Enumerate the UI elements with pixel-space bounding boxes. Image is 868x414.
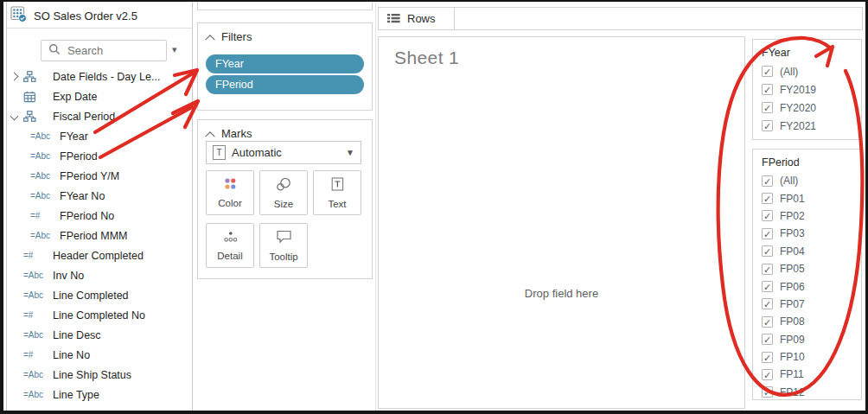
filter-item-label: FP12 (780, 386, 805, 398)
rows-icon (387, 11, 400, 27)
calc-abc-icon: =Abc (23, 271, 49, 280)
field-fyear-no[interactable]: =AbcFYear No (3, 186, 190, 206)
pages-card-partial (197, 0, 373, 10)
checkbox-fy2020[interactable]: ✓ (762, 102, 773, 113)
drop-field-hint: Drop field here (379, 287, 744, 300)
datasource-title: SO Sales Order v2.5 (34, 10, 137, 22)
field-line-type[interactable]: =AbcLine Type (3, 385, 190, 404)
field-inv-no[interactable]: =AbcInv No (3, 265, 190, 285)
filter-item-fperiod-all[interactable]: ✓(All) (762, 172, 861, 189)
field-line-ship-status[interactable]: =AbcLine Ship Status (3, 365, 190, 385)
checkbox-fp09[interactable]: ✓ (762, 334, 773, 345)
filter-item-fperiod-fp02[interactable]: ✓FP02 (762, 207, 861, 225)
filter-item-fyear-all[interactable]: ✓(All) (762, 62, 861, 80)
filter-item-fyear-fy2020[interactable]: ✓FY2020 (762, 99, 861, 117)
field-line-completed[interactable]: =AbcLine Completed (3, 285, 190, 305)
checkbox-fp12[interactable]: ✓ (762, 386, 773, 398)
calc-abc-icon: =Abc (30, 151, 56, 161)
filter-item-fyear-fy2021[interactable]: ✓FY2021 (762, 117, 861, 135)
calc-abc-icon: =Abc (23, 330, 49, 340)
data-pane-border (192, 2, 193, 411)
filter-item-fperiod-fp01[interactable]: ✓FP01 (762, 189, 861, 207)
field-label: Line Desc (49, 329, 101, 341)
checkbox-fp03[interactable]: ✓ (762, 228, 773, 239)
rows-shelf[interactable]: Rows (378, 7, 863, 30)
collapse-chevron-icon[interactable] (205, 131, 214, 141)
rows-shelf-label-cell: Rows (379, 8, 455, 29)
text-button[interactable]: Text (313, 170, 361, 215)
filter-item-label: FY2019 (780, 84, 816, 96)
calc-number-icon: =# (23, 251, 49, 260)
filter-item-label: FP08 (780, 315, 805, 328)
field-fiscal-period[interactable]: Fiscal Period (3, 106, 190, 126)
field-exp-date[interactable]: Exp Date (3, 86, 190, 106)
filter-pill-fperiod[interactable]: FPeriod (206, 75, 364, 94)
checkbox-all[interactable]: ✓ (762, 66, 773, 77)
field-fperiod[interactable]: =AbcFPeriod (3, 146, 190, 166)
field-date-fields-day-le[interactable]: Date Fields - Day Le... (3, 67, 190, 86)
filter-item-fperiod-fp07[interactable]: ✓FP07 (762, 296, 861, 313)
filter-item-fperiod-fp04[interactable]: ✓FP04 (762, 243, 861, 260)
checkbox-fy2019[interactable]: ✓ (762, 84, 773, 95)
quick-filter-title: FPeriod (762, 156, 861, 169)
calc-abc-icon: =Abc (23, 390, 49, 399)
checkbox-fp04[interactable]: ✓ (762, 245, 773, 257)
checkbox-fp07[interactable]: ✓ (762, 298, 773, 309)
checkbox-fp05[interactable]: ✓ (762, 264, 773, 275)
field-fperiod-y-m[interactable]: =AbcFPeriod Y/M (3, 166, 190, 186)
checkbox-fp11[interactable]: ✓ (762, 369, 773, 380)
color-button[interactable]: Color (206, 170, 254, 215)
filter-pill-fyear[interactable]: FYear (206, 54, 364, 73)
tooltip-button[interactable]: Tooltip (259, 223, 308, 268)
filter-item-fyear-fy2019[interactable]: ✓FY2019 (762, 80, 861, 99)
field-fyear[interactable]: =AbcFYear (3, 126, 190, 146)
field-fperiod-mmm[interactable]: =AbcFPeriod MMM (3, 226, 190, 245)
field-label: Line Type No (49, 409, 116, 414)
filter-item-fperiod-fp08[interactable]: ✓FP08 (762, 313, 861, 330)
tree-chevron-icon[interactable] (11, 73, 23, 80)
filter-item-fperiod-fp10[interactable]: ✓FP10 (762, 348, 861, 366)
checkbox-fy2021[interactable]: ✓ (762, 120, 773, 131)
filter-item-fperiod-fp12[interactable]: ✓FP12 (762, 384, 861, 400)
checkbox-fp06[interactable]: ✓ (762, 281, 773, 292)
collapse-chevron-icon[interactable] (205, 35, 214, 44)
field-label: Line Type (49, 389, 99, 401)
search-options-caret[interactable]: ▾ (172, 44, 177, 55)
filter-item-fperiod-fp05[interactable]: ✓FP05 (762, 260, 861, 277)
filters-card: Filters FYearFPeriod (197, 22, 373, 111)
calc-abc-icon: =Abc (30, 191, 56, 201)
detail-button[interactable]: Detail (206, 223, 254, 268)
checkbox-fp01[interactable]: ✓ (762, 193, 773, 204)
size-button[interactable]: Size (259, 170, 308, 215)
calendar-icon (23, 91, 49, 103)
field-label: Header Completed (49, 250, 144, 262)
search-placeholder: Search (67, 44, 103, 57)
filter-item-fperiod-fp09[interactable]: ✓FP09 (762, 331, 861, 348)
field-header-completed[interactable]: =#Header Completed (3, 245, 190, 265)
filter-item-label: FP02 (780, 210, 805, 222)
color-icon (223, 177, 238, 194)
search-input[interactable]: Search (41, 40, 167, 61)
filter-item-fperiod-fp11[interactable]: ✓FP11 (762, 366, 861, 383)
field-line-desc[interactable]: =AbcLine Desc (3, 325, 190, 345)
checkbox-fp02[interactable]: ✓ (762, 210, 773, 221)
marks-title: Marks (221, 127, 252, 140)
field-line-type-no[interactable]: =#Line Type No (3, 404, 190, 414)
sheet-canvas[interactable]: Sheet 1 Drop field here (378, 36, 745, 409)
field-label: Line Completed No (49, 309, 145, 322)
field-line-no[interactable]: =#Line No (3, 345, 190, 365)
checkbox-fp08[interactable]: ✓ (762, 316, 773, 328)
filter-item-label: FP06 (780, 281, 805, 293)
filter-item-fperiod-fp03[interactable]: ✓FP03 (762, 225, 861, 242)
checkbox-all[interactable]: ✓ (762, 175, 773, 187)
quick-filter-title: FYear (762, 47, 861, 59)
mark-button-label: Color (218, 198, 241, 208)
field-line-completed-no[interactable]: =#Line Completed No (3, 305, 190, 325)
mark-button-label: Tooltip (269, 252, 297, 262)
tree-chevron-icon[interactable] (11, 113, 23, 119)
filter-item-fperiod-fp06[interactable]: ✓FP06 (762, 277, 861, 295)
filter-item-label: (All) (780, 175, 798, 187)
mark-type-dropdown[interactable]: T Automatic ▼ (206, 141, 361, 164)
checkbox-fp10[interactable]: ✓ (762, 352, 773, 363)
field-fperiod-no[interactable]: =#FPeriod No (3, 206, 190, 226)
